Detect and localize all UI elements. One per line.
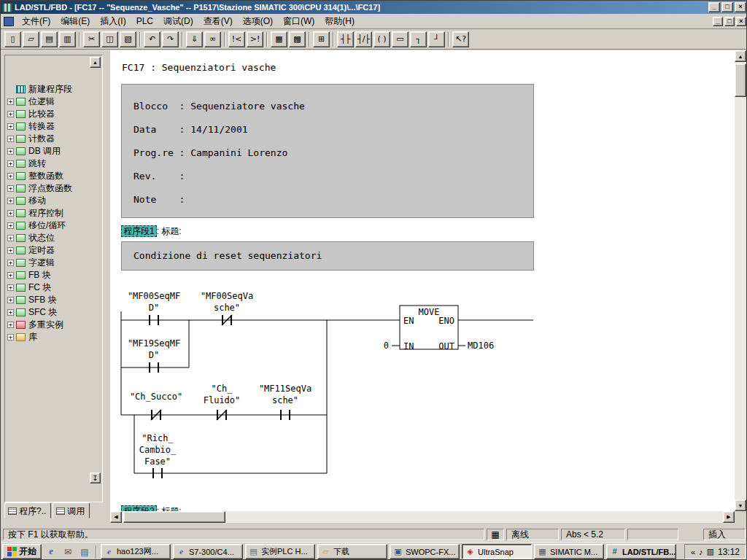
expand-box[interactable]: + xyxy=(7,260,14,266)
sidebar-item-float-math[interactable]: +浮点数函数 xyxy=(7,182,88,195)
symbol-table-button[interactable]: ▩ xyxy=(289,31,306,47)
horizontal-scroll-thumb[interactable] xyxy=(123,511,225,523)
vertical-scroll-thumb[interactable] xyxy=(735,63,746,97)
contact-label[interactable]: "MF00SeqVa xyxy=(201,291,253,301)
context-help-button[interactable]: ↖? xyxy=(452,31,469,47)
expand-box[interactable]: + xyxy=(7,136,14,142)
tab-call-structure[interactable]: 调用 xyxy=(53,502,90,518)
redo-button[interactable]: ↷ xyxy=(162,31,179,47)
sidebar-item-timers[interactable]: +定时器 xyxy=(7,244,88,257)
contact-no-button[interactable]: ┤├ xyxy=(337,31,354,47)
menu-plc[interactable]: PLC xyxy=(131,15,158,28)
move-in-value[interactable]: 0 xyxy=(384,341,389,351)
block-header-comment[interactable]: Blocco : Sequenziatore vasche Data : 14/… xyxy=(121,84,534,218)
contact-label[interactable]: D" xyxy=(149,303,159,313)
move-out-operand[interactable]: MD106 xyxy=(468,341,494,351)
monitor-button[interactable]: ∞ xyxy=(204,31,221,47)
sidebar-item-converter[interactable]: +转换器 xyxy=(7,120,88,133)
contact-label[interactable]: Fluido" xyxy=(204,395,241,405)
child-restore-button[interactable]: □ xyxy=(724,17,735,26)
contact-nc-button[interactable]: ┤/├ xyxy=(355,31,372,47)
tree-scroll-up-button[interactable]: ▲ xyxy=(90,57,101,68)
undo-button[interactable]: ↶ xyxy=(144,31,160,47)
menu-window[interactable]: 窗口(W) xyxy=(278,14,320,29)
contact-label[interactable]: Fase" xyxy=(144,456,171,467)
child-minimize-button[interactable]: _ xyxy=(713,17,723,26)
download-button[interactable]: ⇓ xyxy=(186,31,203,47)
open-button[interactable]: ▱ xyxy=(23,31,39,47)
sidebar-item-integer-math[interactable]: +整数函数 xyxy=(7,170,88,182)
sidebar-item-move[interactable]: +移动 xyxy=(7,195,88,207)
scroll-left-button[interactable]: ◀ xyxy=(110,511,122,523)
expand-box[interactable]: + xyxy=(7,322,14,328)
child-close-button[interactable]: × xyxy=(736,17,746,26)
menu-insert[interactable]: 插入(I) xyxy=(95,14,131,29)
contact-label[interactable]: D" xyxy=(149,350,159,360)
sidebar-item-new-network[interactable]: 新建程序段 xyxy=(7,83,88,96)
expand-box[interactable]: + xyxy=(7,185,14,192)
taskbar-task-swopc[interactable]: ▣SWOPC-FX... xyxy=(390,544,460,559)
expand-box[interactable]: + xyxy=(7,123,14,130)
scroll-down-button[interactable]: ▼ xyxy=(735,499,746,511)
menu-help[interactable]: 帮助(H) xyxy=(320,14,360,29)
expand-box[interactable]: + xyxy=(7,148,14,155)
expand-box[interactable]: + xyxy=(7,297,14,303)
coil-button[interactable]: ( ) xyxy=(374,31,390,47)
network-2-label[interactable]: 程序段2 xyxy=(121,505,157,511)
network-1-title-row[interactable]: 程序段1: 标题: xyxy=(121,225,182,238)
contact-label[interactable]: "Ch_ xyxy=(212,384,233,394)
quicklaunch-outlook-icon[interactable]: ✉ xyxy=(61,545,75,559)
tray-expand-button[interactable]: « xyxy=(691,548,695,556)
menu-options[interactable]: 选项(O) xyxy=(238,14,278,29)
start-button[interactable]: 开始 xyxy=(2,544,42,559)
expand-box[interactable]: + xyxy=(7,210,14,217)
sidebar-item-shift-rotate[interactable]: +移位/循环 xyxy=(7,219,88,232)
sidebar-item-libraries[interactable]: +库 xyxy=(7,331,88,343)
empty-box-button[interactable]: ▭ xyxy=(392,31,409,47)
expand-box[interactable]: + xyxy=(7,284,14,291)
vertical-scrollbar[interactable]: ▲ ▼ xyxy=(735,50,746,511)
tab-program-elements[interactable]: 程序?.. xyxy=(4,502,51,518)
mdi-child-icon[interactable] xyxy=(4,17,14,26)
sidebar-item-word-logic[interactable]: +字逻辑 xyxy=(7,257,88,269)
scroll-up-button[interactable]: ▲ xyxy=(735,50,746,62)
goto-prev-error-button[interactable]: !< xyxy=(228,31,245,47)
contact-label[interactable]: Cambio_ xyxy=(139,445,177,455)
new-network-button[interactable]: ⊞ xyxy=(313,31,330,47)
sidebar-item-jumps[interactable]: +跳转 xyxy=(7,158,88,170)
contact-label[interactable]: "MF19SeqMF xyxy=(128,338,180,349)
expand-box[interactable]: + xyxy=(7,98,14,105)
cut-button[interactable]: ✂ xyxy=(83,31,100,47)
menu-debug[interactable]: 调试(D) xyxy=(158,14,198,29)
taskbar-task-s7-300[interactable]: eS7-300/C4... xyxy=(173,544,243,559)
expand-box[interactable]: + xyxy=(7,160,14,167)
contact-label[interactable]: "MF00SeqMF xyxy=(128,291,180,301)
sidebar-item-sfc-blocks[interactable]: +SFC 块 xyxy=(7,306,88,319)
expand-box[interactable]: + xyxy=(7,309,14,316)
open-branch-button[interactable]: ┐ xyxy=(410,31,427,47)
taskbar-task-ultrasnap[interactable]: ◈UltraSnap xyxy=(462,544,532,559)
sidebar-item-bit-logic[interactable]: +位逻辑 xyxy=(7,96,88,108)
print-button[interactable]: ▥ xyxy=(59,31,76,47)
contact-label[interactable]: sche" xyxy=(272,395,298,405)
close-branch-button[interactable]: ┘ xyxy=(428,31,445,47)
network-1-comment[interactable]: Condizione di reset sequenziatori xyxy=(121,241,534,271)
quicklaunch-ie-icon[interactable]: e xyxy=(44,545,58,559)
taskbar-task-hao123[interactable]: ehao123网... xyxy=(101,544,171,559)
expand-box[interactable]: + xyxy=(7,222,14,229)
goto-next-error-button[interactable]: >! xyxy=(247,31,263,47)
close-button[interactable]: × xyxy=(735,2,746,12)
sidebar-item-counter[interactable]: +计数器 xyxy=(7,133,88,145)
horizontal-scrollbar[interactable]: ◀ ▶ xyxy=(110,511,735,523)
maximize-button[interactable]: □ xyxy=(721,2,733,12)
contact-label[interactable]: "Rich_ xyxy=(142,433,174,443)
ladder-editor[interactable]: FC17 : Sequenziatori vasche Blocco : Seq… xyxy=(110,50,735,511)
quicklaunch-show-desktop-icon[interactable]: ▤ xyxy=(77,545,92,559)
menu-view[interactable]: 查看(V) xyxy=(198,14,238,29)
expand-box[interactable]: + xyxy=(7,173,14,179)
network-2-title-row[interactable]: 程序段2: 标题: xyxy=(121,505,182,511)
sidebar-item-fc-blocks[interactable]: +FC 块 xyxy=(7,281,88,294)
tree-scroll-down-button[interactable]: ↧ xyxy=(90,472,101,483)
sidebar-item-comparator[interactable]: +比较器 xyxy=(7,108,88,120)
contact-label[interactable]: "Ch_Succo" xyxy=(130,392,182,402)
